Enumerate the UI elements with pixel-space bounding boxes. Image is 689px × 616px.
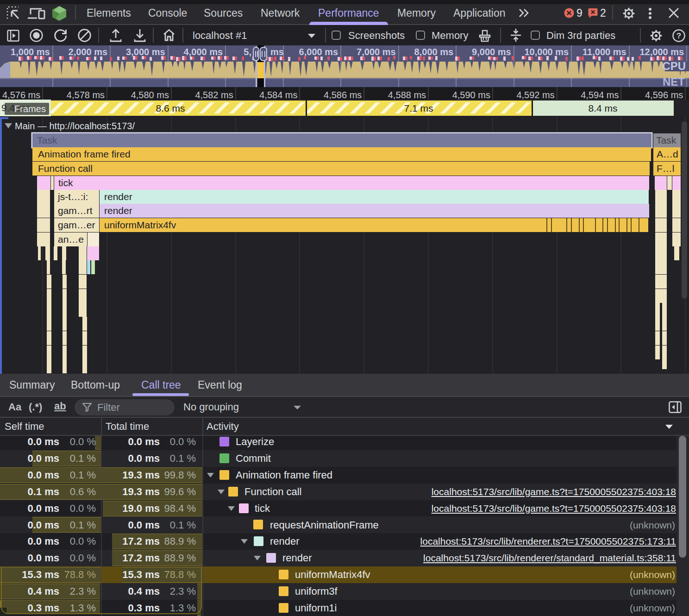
svg-text:?: ? xyxy=(676,31,681,40)
